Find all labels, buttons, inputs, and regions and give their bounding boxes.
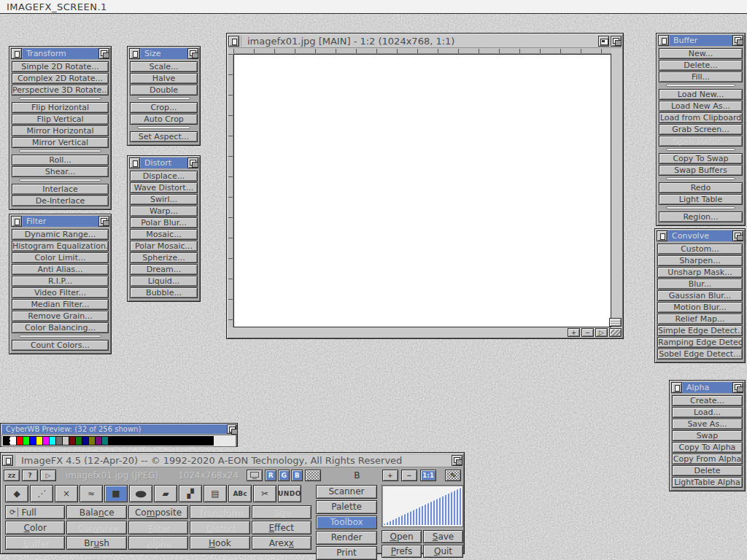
mirror-horizontal-button[interactable]: Mirror Horizontal [12, 125, 109, 136]
wave-dither-icon[interactable]: ∿ [445, 470, 461, 481]
r-i-p-button[interactable]: R.I.P... [12, 276, 109, 287]
page-scanner-button[interactable]: Scanner [316, 485, 377, 499]
depth-icon[interactable] [187, 158, 198, 168]
monitor-icon[interactable] [247, 470, 263, 481]
color-balancing-button[interactable]: Color Balancing... [12, 322, 109, 333]
airbrush-tool-icon[interactable]: ⋰ [30, 485, 53, 502]
fill-button[interactable]: Fill... [659, 71, 743, 82]
image-window-titlebar[interactable]: imagefx01.jpg [MAIN] - 1:2 (1024x768, 1:… [228, 35, 622, 48]
region-button[interactable]: Region... [659, 211, 743, 222]
resize-handle[interactable] [609, 328, 622, 337]
mosaic-button[interactable]: Mosaic... [130, 229, 198, 240]
hook-button[interactable]: Hook [190, 536, 249, 550]
load-from-clipboard-button[interactable]: Load from Clipboard [659, 112, 743, 123]
color-swatch[interactable] [206, 436, 214, 446]
prefs-button[interactable]: Prefs [382, 545, 422, 558]
frame-toggle-icon[interactable] [609, 318, 622, 327]
panel-titlebar[interactable]: Transform [11, 48, 109, 59]
new-button[interactable]: New... [659, 48, 743, 59]
copy-to-alpha-button[interactable]: Copy To Alpha [672, 442, 743, 453]
spherize-button[interactable]: Spherize... [130, 252, 198, 263]
zoom-out-button[interactable]: − [401, 470, 417, 481]
swap-button[interactable]: Swap [672, 430, 743, 441]
redo-button[interactable]: Redo [659, 182, 743, 193]
close-icon[interactable] [2, 455, 13, 466]
page-print-button[interactable]: Print [316, 546, 377, 560]
channel-g-button[interactable]: G [278, 470, 290, 481]
dynamic-range-button[interactable]: Dynamic Range... [12, 229, 109, 240]
clipboard-tool-icon[interactable]: ▤ [204, 485, 227, 502]
close-icon[interactable] [657, 230, 667, 241]
page-render-button[interactable]: Render [316, 531, 377, 545]
main-titlebar[interactable]: ImageFX 4.5 (12-Apr-20) -- © 1992-2020 A… [2, 454, 462, 467]
help-button[interactable]: ? [22, 470, 38, 481]
panel-titlebar[interactable]: Filter [11, 216, 109, 227]
dither-toggle-icon[interactable] [305, 470, 321, 481]
copy-from-alpha-button[interactable]: Copy From Alpha [672, 454, 743, 464]
de-interlace-button[interactable]: De-Interlace [12, 195, 109, 206]
swap-buffers-button[interactable]: Swap Buffers [659, 165, 743, 176]
blur-button[interactable]: Blur... [657, 279, 743, 289]
set-aspect-button[interactable]: Set Aspect... [130, 131, 198, 142]
delete-button[interactable]: Delete... [659, 60, 743, 71]
depth-icon[interactable] [98, 48, 109, 59]
grab-screen-button[interactable]: Grab Screen... [659, 124, 743, 135]
depth-icon[interactable] [227, 424, 236, 434]
channel-r-button[interactable]: R [265, 470, 276, 481]
panel-titlebar[interactable]: Buffer [658, 35, 743, 46]
load-new-button[interactable]: Load New... [659, 89, 743, 100]
quit-button[interactable]: Quit [423, 545, 463, 558]
channel-b-button[interactable]: B [291, 470, 303, 481]
sleep-button[interactable]: zz [4, 470, 20, 481]
load-button[interactable]: Load... [672, 407, 743, 418]
polygon-tool-icon[interactable]: ▰ [154, 485, 177, 502]
depth-icon[interactable] [732, 382, 743, 393]
load-new-as-button[interactable]: Load New As... [659, 101, 743, 112]
zoom-ratio-button[interactable]: 1:1 [420, 470, 436, 481]
auto-crop-button[interactable]: Auto Crop [130, 114, 198, 125]
depth-icon[interactable] [452, 455, 462, 466]
scale-button[interactable]: Scale... [130, 61, 198, 72]
crop-button[interactable]: Crop... [130, 102, 198, 113]
anti-alias-button[interactable]: Anti Alias... [12, 264, 109, 275]
polar-blur-button[interactable]: Polar Blur... [130, 217, 198, 228]
motion-blur-button[interactable]: Motion Blur... [657, 302, 743, 313]
perspective-3d-rotate-button[interactable]: Perspective 3D Rotate... [12, 85, 109, 96]
displace-button[interactable]: Displace... [130, 171, 198, 182]
image-canvas[interactable] [233, 54, 611, 327]
run-button[interactable]: ▷ [40, 470, 56, 481]
sobel-edge-detect-button[interactable]: Sobel Edge Detect... [657, 349, 743, 359]
bubble-button[interactable]: Bubble... [130, 287, 198, 298]
close-icon[interactable] [671, 382, 682, 393]
canvas-zoom-in-button[interactable]: + [568, 328, 580, 337]
page-toolbox-button[interactable]: Toolbox [316, 516, 377, 529]
lighttable-alpha-button[interactable]: LightTable Alpha [672, 477, 743, 488]
color-button[interactable]: Color [5, 521, 65, 534]
ramping-edge-detect-button[interactable]: Ramping Edge Detect [657, 337, 743, 348]
color-limit-button[interactable]: Color Limit... [12, 252, 109, 263]
histogram-equalization-button[interactable]: Histogram Equalization... [12, 241, 109, 252]
page-palette-button[interactable]: Palette [316, 500, 377, 514]
relief-map-button[interactable]: Relief Map... [657, 314, 743, 324]
close-icon[interactable] [129, 48, 140, 59]
undo-button[interactable]: UNDO [278, 485, 301, 502]
save-as-button[interactable]: Save As... [672, 419, 743, 429]
curve-tool-icon[interactable]: ≈ [80, 485, 103, 502]
median-filter-button[interactable]: Median Filter... [12, 299, 109, 310]
full-button[interactable]: ⟳Full [5, 505, 65, 519]
remove-grain-button[interactable]: Remove Grain... [12, 311, 109, 322]
complex-2d-rotate-button[interactable]: Complex 2D Rotate... [12, 73, 109, 84]
roll-button[interactable]: Roll... [12, 155, 109, 166]
count-colors-button[interactable]: Count Colors... [12, 340, 109, 351]
open-button[interactable]: Open [382, 530, 422, 543]
point-tool-icon[interactable]: ◆ [5, 485, 28, 502]
panel-titlebar[interactable]: Size [129, 48, 198, 59]
halve-button[interactable]: Halve [130, 73, 198, 84]
liquid-button[interactable]: Liquid... [130, 276, 198, 287]
dream-button[interactable]: Dream... [130, 264, 198, 275]
sharpen-button[interactable]: Sharpen... [657, 255, 743, 266]
warp-button[interactable]: Warp... [130, 206, 198, 217]
depth-icon[interactable] [187, 48, 198, 59]
panel-titlebar[interactable]: Distort [129, 158, 198, 168]
close-icon[interactable] [11, 216, 22, 227]
